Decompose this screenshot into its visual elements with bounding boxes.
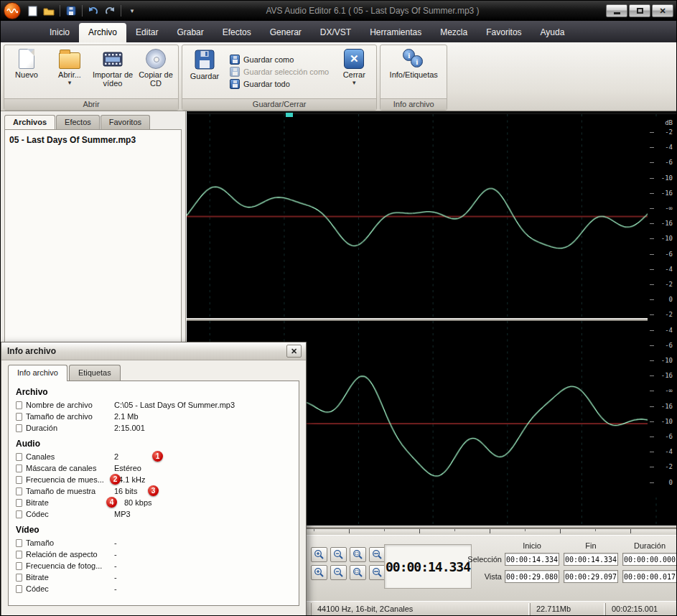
panel-tab-archivos[interactable]: Archivos	[4, 115, 55, 129]
db-label: -16	[661, 372, 673, 379]
seleccion-duracion-field[interactable]	[622, 553, 677, 566]
zoom-fit-vertical-button[interactable]	[369, 565, 386, 580]
zoom-sel-horizontal-button[interactable]	[350, 547, 366, 562]
waveform-channel-1[interactable]	[187, 114, 676, 318]
film-strip-icon	[102, 49, 123, 69]
new-document-icon	[19, 49, 34, 69]
chevron-down-icon: ▾	[352, 80, 356, 85]
close-file-icon: ✕	[344, 49, 364, 69]
dialog-row: Canales21	[16, 451, 291, 462]
guardar-seleccion-button[interactable]: Guardar selección como	[230, 67, 329, 77]
seleccion-fin-field[interactable]	[564, 553, 618, 566]
ribbon-group-label-info: Info archivo	[380, 98, 447, 110]
menu-tab-ayuda[interactable]: Ayuda	[531, 23, 574, 42]
window-title: AVS Audio Editor 6.1 ( 05 - Last Days Of…	[139, 6, 606, 16]
dialog-row: Códec-	[16, 583, 291, 594]
info-etiquetas-button[interactable]: i i Info/Etiquetas	[382, 47, 445, 97]
dialog-row-value: Estéreo	[114, 464, 141, 472]
seleccion-inicio-field[interactable]	[505, 553, 559, 566]
nuevo-button[interactable]: Nuevo	[6, 47, 47, 97]
file-doc-icon	[16, 551, 22, 559]
importar-video-button[interactable]: Importar de vídeo	[92, 47, 134, 97]
dialog-row-label: Máscara de canales	[26, 464, 111, 472]
guardar-seleccion-label: Guardar selección como	[243, 67, 329, 76]
panel-tab-efectos[interactable]: Efectos	[56, 115, 100, 129]
col-inicio-header: Inicio	[505, 541, 559, 550]
dialog-row: Tamaño de muestra16 bits3	[16, 485, 291, 497]
toolbar-options-chevron-icon[interactable]: ▾	[125, 4, 139, 18]
importar-label: Importar de vídeo	[92, 70, 134, 88]
close-button[interactable]: ✕	[652, 4, 673, 17]
info-dialog: Info archivo ✕ Info archivoEtiquetas Arc…	[1, 342, 307, 616]
zoom-fit-horizontal-button[interactable]	[369, 547, 386, 562]
chevron-down-icon: ▾	[68, 80, 72, 85]
cerrar-button[interactable]: ✕ Cerrar ▾	[333, 47, 375, 97]
dialog-title-bar[interactable]: Info archivo ✕	[1, 342, 306, 360]
open-folder-icon[interactable]	[42, 4, 56, 18]
guardar-todo-button[interactable]: Guardar todo	[230, 79, 329, 89]
dialog-row-value: -	[114, 550, 117, 559]
timeline-minor-tick	[314, 529, 314, 531]
redo-icon[interactable]	[103, 4, 117, 18]
vista-fin-field[interactable]	[564, 570, 618, 583]
dialog-close-button[interactable]: ✕	[286, 345, 302, 358]
vista-duracion-field[interactable]	[622, 570, 677, 583]
db-tick	[650, 452, 654, 452]
db-label: -4	[665, 448, 673, 455]
menu-tab-grabar[interactable]: Grabar	[167, 23, 213, 42]
zoom-out-horizontal-button[interactable]	[330, 547, 347, 562]
db-label: -10	[661, 174, 673, 182]
waveform-top-ruler[interactable]	[187, 111, 676, 114]
db-tick	[650, 314, 654, 315]
menu-tab-archivo[interactable]: Archivo	[79, 23, 126, 42]
dialog-section-heading: Audio	[16, 439, 291, 449]
open-folder-icon	[59, 52, 80, 69]
cerrar-label: Cerrar	[343, 70, 365, 79]
menu-tab-favoritos[interactable]: Favoritos	[477, 23, 531, 42]
selection-marker[interactable]	[286, 113, 293, 117]
status-format: 44100 Hz, 16-bit, 2Canales	[311, 603, 529, 616]
dialog-section-heading: Archivo	[16, 387, 291, 397]
menu-tab-herramientas[interactable]: Herramientas	[360, 23, 431, 42]
quick-access-toolbar: ▾	[25, 4, 139, 18]
zoom-out-vertical-button[interactable]	[330, 565, 347, 580]
minimize-button[interactable]	[606, 4, 627, 17]
timeline-tick	[560, 529, 561, 533]
menu-tab-generar[interactable]: Generar	[261, 23, 311, 42]
maximize-button[interactable]	[629, 4, 650, 17]
list-item[interactable]: 05 - Last Days Of Summer.mp3	[9, 135, 177, 145]
undo-icon[interactable]	[86, 4, 101, 18]
dialog-row-label: Duración	[26, 424, 111, 432]
guardar-todo-label: Guardar todo	[243, 80, 290, 88]
vista-inicio-field[interactable]	[505, 570, 559, 583]
db-tick	[650, 421, 654, 422]
guardar-button[interactable]: Guardar	[184, 47, 225, 97]
menu-tab-dxvst[interactable]: DX/VST	[311, 23, 360, 42]
zoom-in-vertical-button[interactable]	[311, 565, 327, 580]
menu-tab-mezcla[interactable]: Mezcla	[431, 23, 477, 42]
dialog-tab-etiquetas[interactable]: Etiquetas	[69, 365, 121, 381]
guardar-como-label: Guardar como	[243, 55, 294, 64]
zoom-in-horizontal-button[interactable]	[311, 547, 327, 562]
panel-tab-favoritos[interactable]: Favoritos	[101, 115, 150, 129]
menu-tab-efectos[interactable]: Efectos	[213, 23, 261, 42]
db-tick	[650, 269, 654, 270]
db-tick	[650, 437, 654, 437]
zoom-sel-vertical-button[interactable]	[350, 565, 366, 580]
new-file-icon[interactable]	[25, 4, 39, 18]
copiar-cd-button[interactable]: Copiar de CD	[135, 47, 177, 97]
dialog-row: Frecuencia de fotog...-	[16, 560, 291, 571]
app-logo-icon[interactable]	[4, 2, 21, 19]
db-label: -16	[661, 190, 673, 197]
abrir-button[interactable]: Abrir... ▾	[49, 47, 90, 97]
menu-tab-editar[interactable]: Editar	[126, 23, 167, 42]
dialog-tab-info-archivo[interactable]: Info archivo	[8, 365, 67, 381]
info-label: Info/Etiquetas	[390, 70, 438, 79]
menu-tab-inicio[interactable]: Inicio	[40, 23, 79, 42]
file-doc-icon	[16, 465, 22, 472]
guardar-como-button[interactable]: Guardar como	[230, 55, 329, 65]
db-tick	[650, 375, 654, 376]
file-doc-icon	[16, 424, 22, 432]
save-icon[interactable]	[64, 4, 78, 18]
dialog-row-label: Bitrate	[26, 498, 111, 507]
